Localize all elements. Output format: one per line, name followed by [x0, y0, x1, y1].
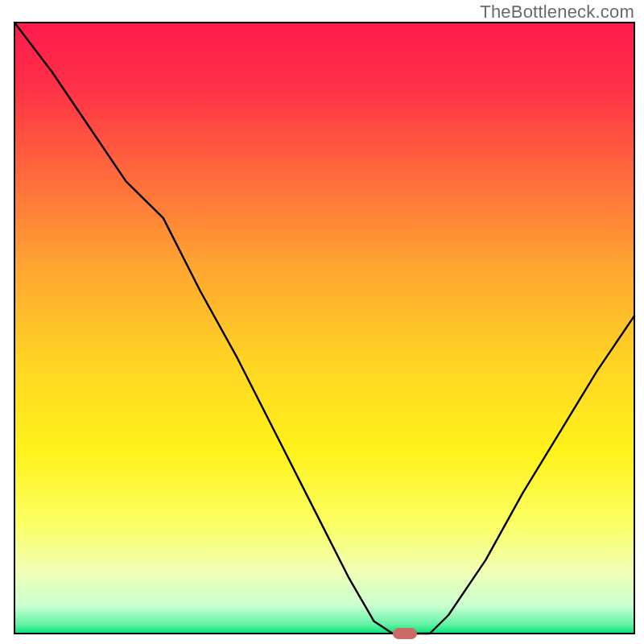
optimal-marker [393, 628, 417, 639]
chart-container: TheBottleneck.com [0, 0, 644, 644]
watermark-text: TheBottleneck.com [480, 2, 634, 23]
gradient-background [14, 23, 634, 634]
chart-svg [0, 0, 644, 644]
